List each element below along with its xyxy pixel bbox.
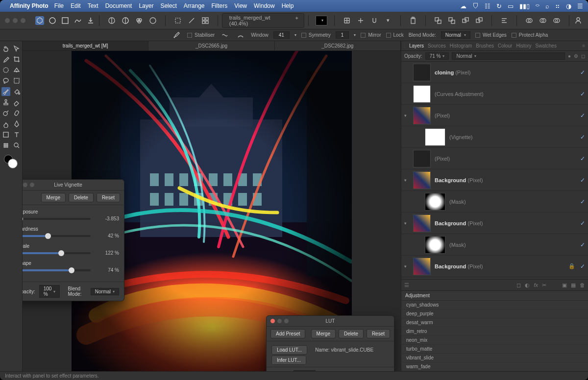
slider-track[interactable] xyxy=(23,252,91,254)
persona-liquify[interactable] xyxy=(48,16,57,25)
tb-snap-icon[interactable] xyxy=(342,15,352,26)
document-title[interactable]: trails_merged_wt (40.4%)✦ xyxy=(222,13,304,28)
layer-visible-check[interactable]: ✓ xyxy=(580,263,585,270)
slider-track[interactable] xyxy=(23,235,91,237)
adjustment-item[interactable]: vibrant_slide xyxy=(401,354,588,362)
layers-adjust-icon[interactable]: ◐ xyxy=(525,282,530,288)
panel-tab-swatches[interactable]: Swatches xyxy=(536,43,557,48)
adjustment-item[interactable]: dim_retro xyxy=(401,327,588,336)
layers-gear-icon[interactable]: ⚙ xyxy=(574,53,578,59)
slider-track[interactable] xyxy=(23,269,91,271)
layer-row[interactable]: (Vignette) ✓ xyxy=(401,126,588,148)
mirror-toggle[interactable]: Mirror xyxy=(361,32,381,38)
menu-arrange[interactable]: Arrange xyxy=(184,2,205,9)
zoom-tool[interactable] xyxy=(12,141,21,150)
crop-tool[interactable] xyxy=(12,55,21,64)
layers-opacity-dropdown[interactable]: 71 % xyxy=(425,52,449,60)
layer-visible-check[interactable]: ✓ xyxy=(580,155,585,162)
menu-layer[interactable]: Layer xyxy=(139,2,153,9)
ctx-brush-icon[interactable] xyxy=(172,30,182,41)
notifications-icon[interactable]: ☰ xyxy=(577,2,583,10)
layer-row[interactable]: cloning (Pixel) ✓ xyxy=(401,62,588,83)
fill-tool[interactable] xyxy=(12,87,21,96)
layer-thumbnail[interactable] xyxy=(425,236,445,254)
shield-icon[interactable]: ⛉ xyxy=(472,2,479,10)
selection-brush-tool[interactable] xyxy=(1,66,10,74)
lut-close-icon[interactable] xyxy=(270,319,275,323)
vignette-blend-dropdown[interactable]: Normal xyxy=(91,288,119,295)
network-icon[interactable]: ☷ xyxy=(485,2,490,10)
adjustment-item[interactable]: desat_warm xyxy=(401,318,588,327)
tb-halfcircle-icon[interactable] xyxy=(120,15,131,26)
account-icon[interactable] xyxy=(573,15,583,26)
layer-thumbnail[interactable] xyxy=(413,171,431,189)
panel-tab-colour[interactable]: Colour xyxy=(498,43,512,48)
layer-visible-check[interactable]: ✓ xyxy=(580,112,585,119)
lock-icon[interactable]: 🔒 xyxy=(568,263,575,269)
shape-tool[interactable] xyxy=(1,130,10,139)
menu-file[interactable]: File xyxy=(54,2,64,9)
lut-opacity-dropdown[interactable]: 71 % xyxy=(294,370,316,371)
doc-tab-1[interactable]: _DSC2665.jpg xyxy=(148,41,274,50)
layer-visible-check[interactable]: ✓ xyxy=(580,134,585,141)
lut-infer-button[interactable]: Infer LUT... xyxy=(271,356,306,365)
tb-arrange1-icon[interactable] xyxy=(433,15,443,26)
lasso-tool[interactable] xyxy=(1,76,10,85)
pen-tool[interactable] xyxy=(12,119,21,128)
layer-row[interactable]: ▾ Background (Pixel) ✓ xyxy=(401,169,588,191)
stabiliser-toggle[interactable]: Stabiliser xyxy=(187,32,215,38)
color-swatches[interactable] xyxy=(4,155,19,169)
ctx-rope-icon[interactable] xyxy=(220,30,230,41)
tb-align-icon[interactable] xyxy=(499,15,510,26)
layer-expand-icon[interactable]: ▾ xyxy=(404,264,409,269)
tb-color-icon[interactable] xyxy=(134,15,145,26)
battery-icon[interactable]: ▮▮▯ xyxy=(519,2,530,10)
panel-tab-brushes[interactable]: Brushes xyxy=(476,43,494,48)
layers-dot-icon[interactable]: ● xyxy=(568,53,571,59)
tb-arrange2-icon[interactable] xyxy=(446,15,457,26)
layer-expand-icon[interactable]: ▾ xyxy=(404,113,409,118)
panel-menu-icon[interactable]: ≡ xyxy=(582,43,585,48)
eraser-tool[interactable] xyxy=(12,98,21,107)
color-picker-tool[interactable] xyxy=(1,55,10,64)
layers-add-icon[interactable]: ▦ xyxy=(571,282,576,288)
panel-tab-sources[interactable]: Sources xyxy=(428,43,446,48)
lock-toggle[interactable]: Lock xyxy=(386,32,404,38)
menu-window[interactable]: Window xyxy=(254,2,275,9)
layers-folder-icon[interactable]: ▣ xyxy=(562,282,567,288)
layer-row[interactable]: (Pixel) ✓ xyxy=(401,148,588,169)
layer-row[interactable]: ▾ Background (Pixel) ✓ xyxy=(401,213,588,234)
layer-row[interactable]: ▾ Background (Pixel) 🔒 ✓ xyxy=(401,256,588,277)
text-tool[interactable] xyxy=(12,130,21,139)
stamp-tool[interactable] xyxy=(1,98,10,107)
tb-whitecircle-icon[interactable] xyxy=(147,15,158,26)
ctx-arc-icon[interactable] xyxy=(235,30,246,41)
tb-intersect-icon[interactable] xyxy=(551,15,562,26)
layers-mask-icon[interactable]: ◻ xyxy=(516,282,521,288)
layer-visible-check[interactable]: ✓ xyxy=(580,91,585,97)
lut-delete-button[interactable]: Delete xyxy=(339,329,364,338)
blend-mode-dropdown[interactable]: Normal xyxy=(441,31,470,39)
dodge-tool[interactable] xyxy=(1,109,10,118)
layer-thumbnail[interactable] xyxy=(425,128,445,146)
hand-tool[interactable] xyxy=(1,44,10,53)
persona-develop[interactable] xyxy=(61,16,70,25)
tb-union-icon[interactable] xyxy=(524,15,535,26)
layers-square-icon[interactable]: ◻ xyxy=(581,53,585,59)
protect-alpha-toggle[interactable]: Protect Alpha xyxy=(512,32,548,38)
tb-contrast-icon[interactable] xyxy=(106,15,117,26)
vignette-merge-button[interactable]: Merge xyxy=(41,193,66,202)
tb-arrange3-icon[interactable] xyxy=(460,15,471,26)
layer-visible-check[interactable]: ✓ xyxy=(580,177,585,184)
layer-visible-check[interactable]: ✓ xyxy=(580,220,585,227)
persona-tone[interactable] xyxy=(74,16,82,25)
window-traffic-lights[interactable] xyxy=(5,18,25,23)
menu-filters[interactable]: Filters xyxy=(212,2,228,9)
mesh-tool[interactable] xyxy=(1,141,10,150)
menu-select[interactable]: Select xyxy=(160,2,176,9)
heal-tool[interactable] xyxy=(12,109,21,118)
tb-diagonal-icon[interactable] xyxy=(186,15,197,26)
lut-add-preset-button[interactable]: Add Preset xyxy=(270,329,305,338)
color-dropdown[interactable] xyxy=(316,16,327,25)
doc-tab-0[interactable]: trails_merged_wt [M] xyxy=(23,41,148,50)
